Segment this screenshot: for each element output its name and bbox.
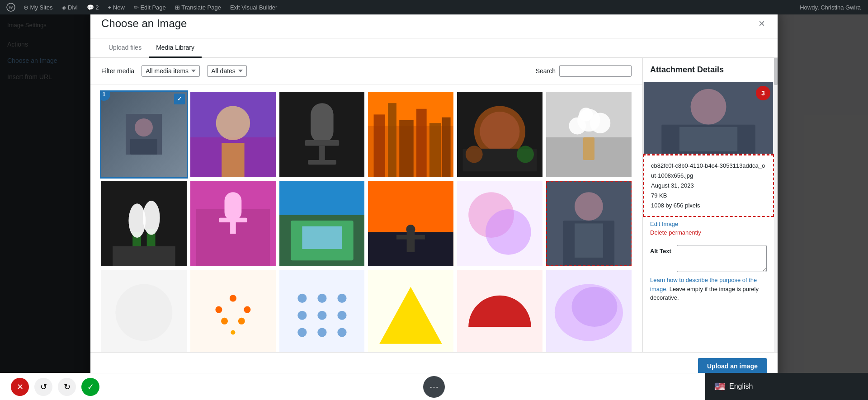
svg-point-72 bbox=[297, 294, 307, 303]
media-item[interactable] bbox=[368, 270, 453, 352]
search-input[interactable] bbox=[559, 65, 632, 77]
admin-bar-translate[interactable]: ⊞ Translate Page bbox=[171, 0, 225, 14]
admin-bar-mysites[interactable]: ⊕ My Sites bbox=[20, 0, 56, 14]
media-item[interactable] bbox=[457, 92, 542, 177]
media-modal: Choose an Image × Upload files Media Lib… bbox=[90, 9, 778, 380]
svg-point-79 bbox=[317, 328, 326, 337]
media-item[interactable] bbox=[101, 181, 187, 266]
svg-rect-61 bbox=[575, 223, 603, 258]
svg-point-33 bbox=[590, 113, 610, 133]
media-item[interactable] bbox=[101, 270, 187, 352]
media-content: Filter media All media items Images Audi… bbox=[90, 58, 643, 352]
svg-rect-11 bbox=[305, 140, 339, 146]
admin-bar-notifications[interactable]: + New bbox=[104, 0, 128, 14]
edit-image-link[interactable]: Edit Image bbox=[650, 221, 767, 227]
alt-text-section: Alt Text Learn how to describe the purpo… bbox=[643, 240, 774, 308]
tab-media-library[interactable]: Media Library bbox=[149, 38, 202, 58]
media-item[interactable] bbox=[368, 92, 453, 177]
media-item[interactable]: ✓ 1 bbox=[101, 92, 187, 177]
svg-rect-53 bbox=[407, 229, 415, 252]
language-text: English bbox=[729, 382, 753, 391]
admin-bar-divi[interactable]: ◈ Divi bbox=[58, 0, 81, 14]
upload-image-button[interactable]: Upload an image bbox=[698, 358, 767, 374]
confirm-button[interactable]: ✓ bbox=[81, 378, 99, 396]
language-bar: 🇺🇸 English bbox=[705, 373, 868, 400]
admin-bar-comments[interactable]: 💬 2 bbox=[83, 0, 103, 14]
tab-upload-files[interactable]: Upload files bbox=[101, 38, 149, 58]
media-item[interactable] bbox=[190, 181, 276, 266]
svg-point-69 bbox=[238, 317, 245, 324]
alt-text-help: Learn how to describe the purpose of the… bbox=[650, 276, 767, 302]
filter-bar: Filter media All media items Images Audi… bbox=[90, 58, 642, 85]
svg-point-73 bbox=[317, 294, 326, 303]
media-grid-wrapper[interactable]: ✓ 1 bbox=[90, 85, 642, 352]
svg-text:W: W bbox=[9, 5, 14, 10]
svg-point-66 bbox=[230, 295, 236, 301]
svg-rect-21 bbox=[442, 118, 451, 177]
modal-overlay: Choose an Image × Upload files Media Lib… bbox=[0, 0, 868, 400]
alt-text-input[interactable] bbox=[677, 245, 767, 272]
fab-button[interactable]: ⋯ bbox=[423, 376, 445, 398]
svg-point-75 bbox=[297, 311, 307, 320]
svg-point-80 bbox=[337, 328, 346, 337]
alt-text-label: Alt Text bbox=[650, 245, 671, 254]
svg-point-57 bbox=[486, 209, 531, 255]
language-flag: 🇺🇸 bbox=[714, 381, 726, 392]
svg-point-39 bbox=[143, 201, 160, 235]
media-item[interactable] bbox=[457, 270, 542, 352]
filter-date-select[interactable]: All dates 2023 2022 bbox=[207, 65, 247, 77]
fab-area: ⋯ bbox=[423, 376, 445, 398]
admin-bar-user[interactable]: Howdy, Christina Gwira bbox=[796, 0, 864, 14]
svg-point-65 bbox=[215, 306, 222, 313]
attachment-sidebar: Attachment Details 3 cb82fc0f-c8b bbox=[643, 58, 778, 352]
media-item[interactable] bbox=[546, 92, 632, 177]
media-item[interactable] bbox=[457, 181, 542, 266]
svg-point-27 bbox=[517, 146, 534, 163]
media-item[interactable] bbox=[368, 181, 453, 266]
modal-body: Filter media All media items Images Audi… bbox=[90, 58, 778, 352]
svg-point-86 bbox=[572, 287, 618, 326]
modal-close-button[interactable]: × bbox=[757, 16, 767, 31]
media-item[interactable] bbox=[190, 92, 276, 177]
media-item[interactable] bbox=[279, 92, 365, 177]
modal-tabs: Upload files Media Library bbox=[90, 38, 778, 58]
media-item[interactable] bbox=[546, 181, 632, 266]
wp-logo-icon[interactable]: W bbox=[4, 0, 18, 14]
svg-point-77 bbox=[337, 311, 346, 320]
svg-point-74 bbox=[337, 294, 346, 303]
svg-rect-20 bbox=[429, 123, 441, 177]
bottom-bar-actions: ✕ ↺ ↻ ✓ bbox=[11, 378, 99, 396]
svg-rect-43 bbox=[224, 192, 241, 221]
svg-rect-49 bbox=[302, 226, 342, 249]
svg-point-24 bbox=[480, 112, 520, 151]
attachment-filename: cb82fc0f-c8b0-4110-b4c4-3053113addca_out… bbox=[651, 161, 766, 181]
media-item[interactable] bbox=[546, 270, 632, 352]
admin-bar-exit-builder[interactable]: Exit Visual Builder bbox=[226, 0, 281, 14]
filter-label: Filter media bbox=[101, 67, 134, 75]
close-button[interactable]: ✕ bbox=[11, 378, 29, 396]
undo-button[interactable]: ↺ bbox=[34, 378, 52, 396]
attachment-actions: Edit Image Delete permanently bbox=[643, 217, 774, 240]
attachment-scrollbar[interactable] bbox=[774, 58, 778, 352]
redo-button[interactable]: ↻ bbox=[58, 378, 76, 396]
media-grid: ✓ 1 bbox=[101, 92, 632, 352]
media-item[interactable] bbox=[279, 181, 365, 266]
svg-rect-4 bbox=[130, 139, 157, 155]
bottom-bar: ✕ ↺ ↻ ✓ ⋯ 🇺🇸 English bbox=[0, 373, 868, 400]
svg-rect-16 bbox=[374, 114, 385, 177]
filter-type-select[interactable]: All media items Images Audio Video bbox=[142, 65, 200, 77]
svg-point-76 bbox=[317, 311, 326, 320]
admin-bar-right: Howdy, Christina Gwira bbox=[796, 0, 864, 14]
svg-point-34 bbox=[579, 108, 593, 121]
delete-permanently-link[interactable]: Delete permanently bbox=[650, 229, 767, 236]
attachment-scrollbar-thumb[interactable] bbox=[774, 58, 778, 85]
media-item[interactable] bbox=[279, 270, 365, 352]
svg-rect-18 bbox=[400, 120, 414, 177]
modal-title: Choose an Image bbox=[101, 17, 187, 30]
attachment-details-panel: Attachment Details 3 cb82fc0f-c8b bbox=[643, 58, 774, 352]
media-item[interactable] bbox=[190, 270, 276, 352]
attachment-details-title: Attachment Details bbox=[643, 58, 774, 82]
svg-point-68 bbox=[221, 317, 228, 324]
admin-bar-edit-page[interactable]: ✏ Edit Page bbox=[130, 0, 170, 14]
svg-rect-44 bbox=[219, 218, 247, 222]
